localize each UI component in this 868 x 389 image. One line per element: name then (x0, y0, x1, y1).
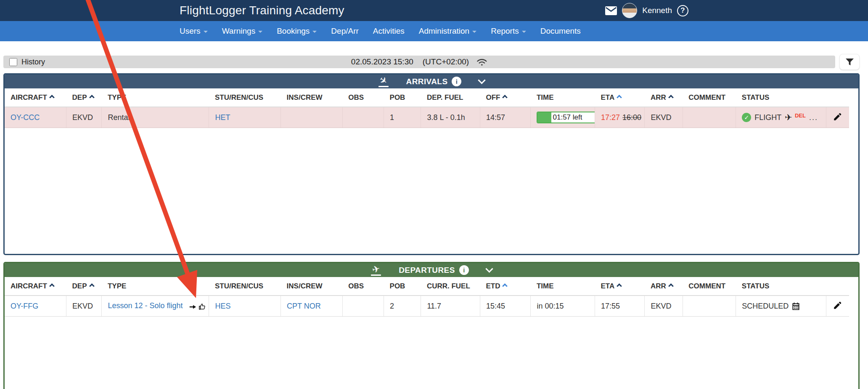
eta-original: 16:00 (622, 113, 641, 122)
arrow-right-icon (189, 304, 196, 309)
cell-ins (281, 107, 343, 128)
nav-item-documents[interactable]: Documents (540, 27, 581, 36)
col-time[interactable]: TIME (531, 277, 595, 296)
history-label: History (21, 58, 45, 67)
plane-takeoff-icon[interactable]: ✈ (371, 265, 381, 276)
col-arr[interactable]: ARR (645, 88, 683, 107)
mail-icon[interactable] (605, 6, 617, 15)
departures-header-bar: ✈ DEPARTURES i (5, 263, 858, 277)
status-label: FLIGHT (754, 113, 781, 122)
plane-icon[interactable]: ✈ (785, 112, 792, 123)
col-comment[interactable]: COMMENT (683, 88, 736, 107)
col-ins[interactable]: INS/CREW (281, 88, 343, 107)
col-status[interactable]: STATUS (736, 88, 826, 107)
nav-item-users[interactable]: Users (180, 27, 208, 36)
col-time[interactable]: TIME (531, 88, 595, 107)
time-left-progress: 01:57 left (537, 112, 595, 123)
col-pob[interactable]: POB (384, 88, 421, 107)
col-obs[interactable]: OBS (342, 277, 384, 296)
nav-item-administration[interactable]: Administration (419, 27, 476, 36)
user-name[interactable]: Kenneth (642, 6, 672, 15)
history-toggle[interactable]: History (9, 58, 45, 67)
cell-curr-fuel: 11.7 (421, 296, 480, 317)
col-dep-fuel[interactable]: DEP. FUEL (421, 88, 480, 107)
sort-asc-icon (503, 95, 508, 100)
sort-asc-icon (668, 95, 674, 100)
cell-arr: EKVD (645, 296, 683, 317)
col-eta[interactable]: ETA (595, 277, 645, 296)
chevron-down-icon (472, 31, 476, 33)
sort-asc-icon (49, 283, 55, 289)
nav-item-bookings[interactable]: Bookings (277, 27, 317, 36)
main-nav: Users Warnings Bookings Dep/Arr Activiti… (0, 21, 868, 41)
cell-status: SCHEDULED (736, 296, 826, 317)
chevron-down-icon (522, 31, 526, 33)
col-dep[interactable]: DEP (66, 277, 102, 296)
history-bar: History 02.05.2023 15:30 (UTC+02:00) (3, 56, 835, 68)
utc-offset: (UTC+02:00) (423, 57, 469, 67)
aircraft-link[interactable]: OY-CCC (11, 113, 40, 122)
arrival-row: OY-CCC EKVD Rental HET 1 3.8 L - 0.1h 14… (5, 107, 849, 128)
avatar[interactable] (622, 3, 637, 18)
status-label: SCHEDULED (742, 302, 789, 311)
col-type[interactable]: TYPE (102, 277, 209, 296)
cell-time: in 00:15 (531, 296, 595, 317)
col-stu[interactable]: STU/REN/CUS (209, 277, 281, 296)
instructor-link[interactable]: CPT NOR (287, 302, 321, 310)
edit-button[interactable] (832, 112, 843, 122)
collapse-chevron-icon[interactable] (485, 265, 493, 272)
col-obs[interactable]: OBS (342, 88, 384, 107)
lesson-link[interactable]: Lesson 12 - Solo flight (108, 301, 183, 310)
wifi-icon (476, 58, 487, 66)
col-type[interactable]: TYPE (102, 88, 209, 107)
nav-item-deparr[interactable]: Dep/Arr (331, 27, 358, 36)
col-ins[interactable]: INS/CREW (281, 277, 343, 296)
help-icon[interactable]: ? (677, 5, 688, 16)
col-off[interactable]: OFF (480, 88, 530, 107)
history-checkbox[interactable] (9, 58, 17, 66)
cell-type: Lesson 12 - Solo flight (102, 296, 209, 317)
sort-asc-icon (668, 283, 674, 289)
nav-item-activities[interactable]: Activities (373, 27, 405, 36)
app-title: FlightLogger Training Academy (180, 4, 344, 17)
col-aircraft[interactable]: AIRCRAFT (5, 88, 66, 107)
cell-status: ✓ FLIGHT ✈ DEL ... (736, 107, 826, 128)
arrivals-title: ARRIVALS (406, 77, 448, 86)
col-dep[interactable]: DEP (66, 88, 102, 107)
collapse-chevron-icon[interactable] (478, 76, 486, 84)
departures-panel: ✈ DEPARTURES i AIRCRAFT DEP TYPE STU/REN… (3, 262, 860, 389)
col-status[interactable]: STATUS (736, 277, 826, 296)
cell-obs (342, 107, 384, 128)
col-comment[interactable]: COMMENT (683, 277, 736, 296)
aircraft-link[interactable]: OY-FFG (11, 302, 38, 310)
status-ellipsis[interactable]: ... (809, 113, 818, 122)
col-curr-fuel[interactable]: CURR. FUEL (421, 277, 480, 296)
nav-item-reports[interactable]: Reports (491, 27, 526, 36)
cell-edit (826, 107, 849, 128)
cell-stu: HES (209, 296, 281, 317)
student-link[interactable]: HES (215, 302, 230, 310)
nav-item-warnings[interactable]: Warnings (222, 27, 263, 36)
col-arr[interactable]: ARR (645, 277, 683, 296)
arrivals-header-row: AIRCRAFT DEP TYPE STU/REN/CUS INS/CREW O… (5, 88, 849, 107)
col-aircraft[interactable]: AIRCRAFT (5, 277, 66, 296)
info-icon[interactable]: i (459, 265, 469, 275)
col-pob[interactable]: POB (384, 277, 421, 296)
cell-stu: HET (209, 107, 281, 128)
info-icon[interactable]: i (452, 77, 461, 86)
clock-area: 02.05.2023 15:30 (UTC+02:00) (351, 57, 487, 67)
student-link[interactable]: HET (215, 113, 230, 122)
thumbs-up-icon[interactable] (198, 303, 206, 311)
plane-landing-icon[interactable]: ✈ (378, 76, 389, 87)
col-etd[interactable]: ETD (480, 277, 530, 296)
current-datetime: 02.05.2023 15:30 (351, 57, 413, 67)
col-eta[interactable]: ETA (595, 88, 645, 107)
edit-button[interactable] (832, 300, 843, 311)
col-stu[interactable]: STU/REN/CUS (209, 88, 281, 107)
toolbar-row: History 02.05.2023 15:30 (UTC+02:00) (3, 54, 860, 70)
arrivals-header-bar: ✈ ARRIVALS i (5, 75, 858, 88)
pencil-icon (833, 301, 842, 310)
calendar-icon (792, 302, 800, 310)
cell-eta: 17:55 (595, 296, 645, 317)
filter-button[interactable] (839, 54, 860, 70)
